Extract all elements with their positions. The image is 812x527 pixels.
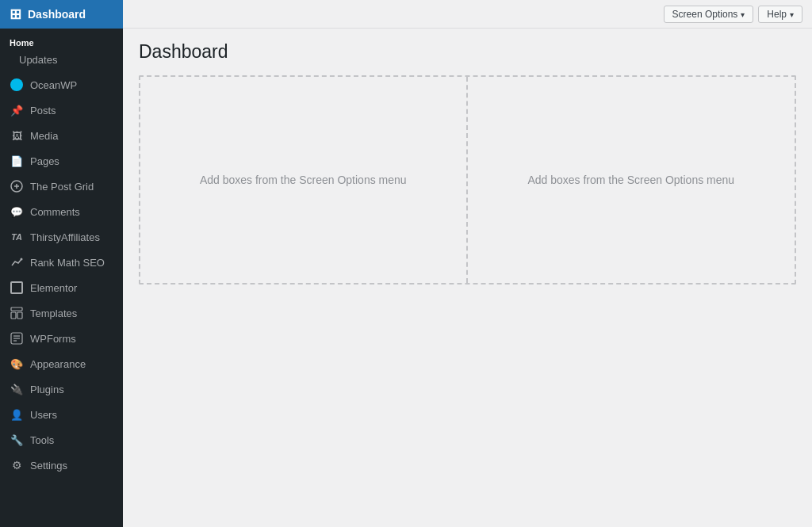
sidebar-item-comments[interactable]: 💬 Comments [0, 199, 123, 224]
sidebar-item-oceanwp-label: OceanWP [30, 79, 77, 91]
sidebar-item-templates[interactable]: Templates [0, 300, 123, 326]
settings-icon: ⚙ [10, 458, 24, 472]
sidebar-header-label: Dashboard [28, 8, 86, 21]
svg-rect-4 [17, 312, 22, 319]
sidebar-item-wpforms[interactable]: WPForms [0, 326, 123, 351]
sidebar-item-users[interactable]: 👤 Users [0, 402, 123, 427]
screen-options-button[interactable]: Screen Options [664, 6, 754, 23]
svg-rect-2 [11, 307, 22, 311]
tools-icon: 🔧 [10, 433, 24, 447]
appearance-icon: 🎨 [10, 357, 24, 371]
templates-icon [10, 306, 24, 320]
sidebar-item-ta-label: ThirstyAffiliates [30, 231, 100, 243]
sidebar-item-appearance-label: Appearance [30, 358, 86, 370]
wordpress-logo-icon: ⊞ [10, 6, 21, 23]
svg-rect-3 [11, 312, 16, 319]
top-bar: Screen Options Help [123, 0, 812, 29]
help-label: Help [767, 9, 787, 20]
help-button[interactable]: Help [758, 6, 802, 23]
dashboard-content: Dashboard Add boxes from the Screen Opti… [123, 29, 812, 527]
col2-placeholder-text: Add boxes from the Screen Options menu [527, 174, 734, 186]
elementor-icon [10, 281, 24, 295]
ta-icon: TA [10, 230, 24, 244]
posts-icon: 📌 [10, 103, 24, 117]
col1-placeholder-text: Add boxes from the Screen Options menu [200, 174, 407, 186]
wpforms-icon [10, 331, 24, 346]
media-icon: 🖼 [10, 128, 24, 143]
sidebar-item-media[interactable]: 🖼 Media [0, 123, 123, 148]
postgrid-icon [10, 179, 24, 193]
comments-icon: 💬 [10, 204, 24, 219]
sidebar-header[interactable]: ⊞ Dashboard [0, 0, 123, 29]
users-icon: 👤 [10, 407, 24, 422]
sidebar-item-comments-label: Comments [30, 206, 80, 218]
sidebar-item-media-label: Media [30, 130, 58, 142]
sidebar-home-label[interactable]: Home [0, 32, 123, 51]
sidebar-item-posts-label: Posts [30, 105, 56, 116]
sidebar-item-rankmath-label: Rank Math SEO [30, 257, 105, 269]
sidebar-item-wpforms-label: WPForms [30, 333, 76, 345]
sidebar-item-posts[interactable]: 📌 Posts [0, 97, 123, 123]
sidebar-item-users-label: Users [30, 409, 57, 421]
pages-icon: 📄 [10, 154, 24, 168]
sidebar-item-postgrid-label: The Post Grid [30, 181, 94, 193]
sidebar-item-pages-label: Pages [30, 155, 59, 167]
sidebar-item-thirstyaffiliates[interactable]: TA ThirstyAffiliates [0, 224, 123, 250]
sidebar-item-appearance[interactable]: 🎨 Appearance [0, 351, 123, 376]
sidebar-item-tools-label: Tools [30, 434, 54, 446]
sidebar-item-rank-math-seo[interactable]: Rank Math SEO [0, 250, 123, 275]
sidebar-item-elementor-label: Elementor [30, 282, 77, 294]
sidebar-item-the-post-grid[interactable]: The Post Grid [0, 174, 123, 199]
sidebar-item-pages[interactable]: 📄 Pages [0, 148, 123, 174]
help-chevron-icon [790, 9, 794, 20]
page-title: Dashboard [139, 41, 796, 63]
sidebar-updates[interactable]: Updates [0, 51, 123, 69]
rank-math-icon [10, 255, 24, 269]
sidebar-item-templates-label: Templates [30, 307, 77, 319]
dashboard-grid: Add boxes from the Screen Options menu A… [139, 75, 796, 285]
sidebar: ⊞ Dashboard Home Updates OceanWP 📌 Posts… [0, 0, 123, 527]
svg-point-1 [21, 258, 23, 261]
dashboard-col-1: Add boxes from the Screen Options menu [140, 77, 468, 283]
dashboard-col-2: Add boxes from the Screen Options menu [468, 77, 795, 283]
sidebar-item-settings-label: Settings [30, 460, 67, 472]
sidebar-item-settings[interactable]: ⚙ Settings [0, 453, 123, 478]
sidebar-item-oceanwp[interactable]: OceanWP [0, 72, 123, 97]
sidebar-item-plugins-label: Plugins [30, 384, 64, 395]
oceanwp-icon [10, 78, 24, 92]
sidebar-item-plugins[interactable]: 🔌 Plugins [0, 376, 123, 402]
screen-options-label: Screen Options [672, 9, 738, 20]
sidebar-item-tools[interactable]: 🔧 Tools [0, 427, 123, 453]
main-area: Screen Options Help Dashboard Add boxes … [123, 0, 812, 527]
screen-options-chevron-icon [741, 9, 745, 20]
plugins-icon: 🔌 [10, 382, 24, 396]
sidebar-item-elementor[interactable]: Elementor [0, 275, 123, 300]
